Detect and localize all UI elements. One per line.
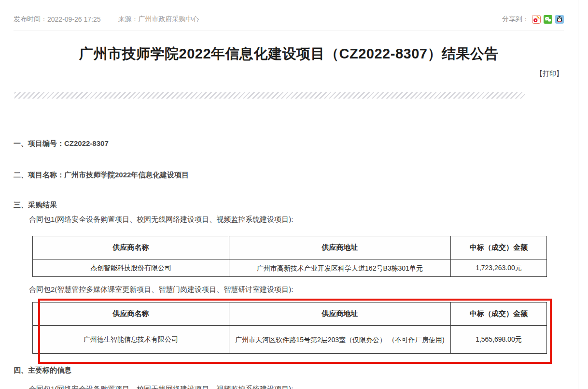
package1-result-table: 供应商名称 供应商地址 中标（成交）金额 杰创智能科技股份有限公司 广州市高新技… (32, 236, 547, 277)
supplier-address-cell: 广州市高新技术产业开发区科学大道162号B3栋301单元 (229, 259, 451, 277)
award-amount-cell: 1,565,698.00元 (451, 326, 547, 354)
source-value: 广州市政府采购中心 (139, 15, 199, 24)
col-supplier-address: 供应商地址 (229, 303, 451, 326)
table-header-row: 供应商名称 供应商地址 中标（成交）金额 (33, 303, 547, 326)
section-project-name: 二、项目名称：广州市技师学院2022年信息化建设项目 (14, 171, 189, 179)
section-procurement-result: 三、采购结果 (14, 201, 57, 209)
supplier-address-cell: 广州市天河区软件路15号第2层203室（仅限办公） （不可作厂房使用) (229, 326, 451, 354)
table-row: 广州德生智能信息技术有限公司 广州市天河区软件路15号第2层203室（仅限办公）… (33, 326, 547, 354)
page-right-border (578, 0, 578, 389)
divider-hatch (14, 92, 525, 99)
table-row: 杰创智能科技股份有限公司 广州市高新技术产业开发区科学大道162号B3栋301单… (33, 259, 547, 277)
publish-time-label: 发布时间： (14, 15, 47, 24)
qq-icon[interactable] (555, 15, 564, 24)
wechat-icon[interactable] (544, 15, 552, 24)
col-award-amount: 中标（成交）金额 (451, 303, 547, 326)
table-header-row: 供应商名称 供应商地址 中标（成交）金额 (33, 236, 547, 259)
share-label: 分享到： (502, 15, 529, 24)
clipped-bottom-line: 合同包1(网络安全设备购置项目、校园无线网络建设项目、视频监控系统建设项目): (29, 385, 294, 389)
section-main-bid-info: 四、主要标的信息 (14, 366, 71, 375)
weibo-icon[interactable] (532, 15, 541, 24)
supplier-name-cell: 广州德生智能信息技术有限公司 (33, 326, 229, 354)
col-supplier-name: 供应商名称 (33, 236, 229, 259)
package1-intro: 合同包1(网络安全设备购置项目、校园无线网络建设项目、视频监控系统建设项目): (29, 215, 294, 224)
col-supplier-name: 供应商名称 (33, 303, 229, 326)
col-award-amount: 中标（成交）金额 (451, 236, 547, 259)
print-button[interactable]: 【打印】 (536, 70, 563, 78)
page-title: 广州市技师学院2022年信息化建设项目（CZ2022-8307）结果公告 (0, 44, 578, 64)
award-amount-cell: 1,723,263.00元 (451, 259, 547, 277)
package2-intro: 合同包2(智慧管控多媒体课室更新项目、智慧门岗建设项目、智慧研讨室建设项目): (29, 285, 294, 294)
package2-result-table: 供应商名称 供应商地址 中标（成交）金额 广州德生智能信息技术有限公司 广州市天… (32, 302, 547, 354)
announcement-page: 发布时间： 2022-09-26 17:25 来源： 广州市政府采购中心 分享到… (0, 0, 588, 389)
col-supplier-address: 供应商地址 (229, 236, 451, 259)
source-label: 来源： (118, 15, 139, 24)
supplier-name-cell: 杰创智能科技股份有限公司 (33, 259, 229, 277)
publish-time-value: 2022-09-26 17:25 (47, 15, 101, 23)
section-project-number: 一、项目编号：CZ2022-8307 (14, 139, 109, 148)
share-bar: 分享到： (502, 15, 564, 24)
meta-bar: 发布时间： 2022-09-26 17:25 来源： 广州市政府采购中心 分享到… (14, 0, 564, 30)
